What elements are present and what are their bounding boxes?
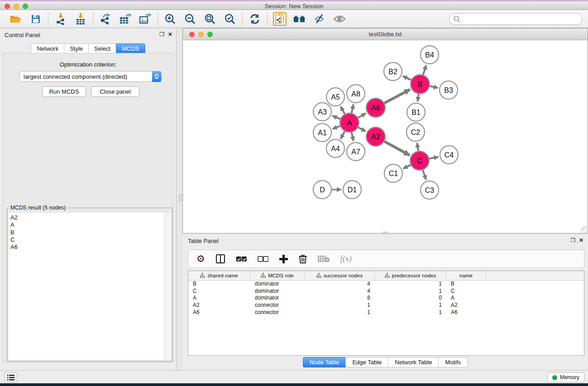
tab-node-table[interactable]: Node Table — [303, 357, 346, 367]
node-A3[interactable]: A3 — [313, 103, 331, 121]
export-table-icon[interactable] — [119, 12, 132, 26]
hide-panels-icon[interactable] — [313, 12, 326, 26]
function-builder-icon[interactable]: f(x) — [340, 254, 352, 264]
add-column-icon[interactable] — [279, 255, 288, 263]
zoom-fit-icon[interactable] — [203, 12, 217, 26]
settings-gear-icon[interactable]: ⚙ — [196, 253, 205, 264]
criterion-dropdown[interactable]: largest connected component (directed) — [19, 71, 162, 82]
delete-table-icon[interactable] — [318, 255, 330, 262]
close-panel-icon[interactable]: ✕ — [168, 31, 172, 38]
node-C4[interactable]: C4 — [440, 146, 458, 164]
save-icon[interactable] — [29, 12, 43, 26]
node-A5[interactable]: A5 — [326, 88, 344, 106]
search-input[interactable] — [449, 13, 583, 25]
edge-C-C1[interactable] — [403, 165, 411, 168]
column-header-MCDS-role[interactable]: MCDS role — [250, 271, 305, 280]
refresh-icon[interactable] — [248, 12, 262, 26]
node-C[interactable]: C — [410, 151, 429, 170]
node-B3[interactable]: B3 — [440, 81, 458, 99]
edge-B-B3[interactable] — [430, 86, 438, 88]
node-D1[interactable]: D1 — [343, 181, 361, 199]
deselect-checkboxes-icon[interactable] — [258, 256, 268, 262]
home-view-icon[interactable] — [293, 12, 306, 26]
table-row[interactable]: Adominator80A — [188, 295, 584, 302]
tab-network[interactable]: Network — [31, 43, 64, 54]
node-A4[interactable]: A4 — [326, 139, 344, 157]
tab-network-table[interactable]: Network Table — [388, 357, 438, 367]
edge-A2-C[interactable] — [384, 141, 410, 155]
edge-A-A5[interactable] — [340, 106, 345, 114]
column-header-predecessor-nodes[interactable]: predecessor nodes — [375, 271, 446, 280]
edge-B-B4[interactable] — [423, 65, 426, 75]
network-window-titlebar[interactable]: testGlobe.txt — [183, 29, 588, 40]
delete-column-icon[interactable] — [299, 254, 307, 263]
tab-motifs[interactable]: Motifs — [438, 357, 468, 367]
node-B[interactable]: B — [411, 75, 430, 94]
node-A6[interactable]: A6 — [366, 98, 385, 117]
tab-edge-table[interactable]: Edge Table — [345, 357, 388, 367]
zoom-in-icon[interactable] — [163, 12, 177, 26]
show-column-icon[interactable] — [216, 254, 225, 263]
node-B2[interactable]: B2 — [384, 62, 402, 81]
tab-style[interactable]: Style — [64, 43, 88, 54]
column-header-shared-name[interactable]: shared name — [188, 271, 250, 280]
node-B1[interactable]: B1 — [407, 103, 425, 121]
edge-A-A4[interactable] — [340, 131, 345, 138]
edge-A-A6[interactable] — [358, 113, 366, 118]
mcds-result-item[interactable]: A2 — [10, 214, 164, 221]
run-mcds-button[interactable]: Run MCDS — [42, 86, 86, 97]
node-C2[interactable]: C2 — [406, 123, 425, 141]
node-B4[interactable]: B4 — [421, 46, 439, 64]
table-row[interactable]: Cdominator41C — [188, 288, 584, 295]
edge-C-C4[interactable] — [429, 157, 439, 159]
edge-A-A8[interactable] — [351, 104, 353, 113]
open-folder-icon[interactable] — [9, 12, 23, 26]
network-canvas[interactable]: B4B2BB3A8A5A6A3B1AA1C2A2A4A7C4CC1C3DD1 — [183, 40, 588, 233]
mcds-result-list[interactable]: A2ABCA6 — [9, 213, 164, 360]
mcds-result-item[interactable]: A6 — [10, 243, 164, 251]
mcds-result-item[interactable]: C — [10, 236, 164, 243]
select-all-checkboxes-icon[interactable] — [236, 256, 247, 262]
node-A8[interactable]: A8 — [347, 85, 365, 103]
zoom-out-icon[interactable] — [183, 12, 197, 26]
edge-A-A7[interactable] — [351, 132, 353, 141]
edge-B-B2[interactable] — [403, 76, 411, 80]
export-network-icon[interactable] — [99, 12, 112, 26]
node-A7[interactable]: A7 — [347, 143, 365, 161]
window-resize-grip[interactable] — [581, 226, 587, 233]
float-panel-icon[interactable]: ❐ — [159, 31, 164, 38]
table-body[interactable]: Bdominator41BCdominator41CAdominator80AA… — [188, 281, 584, 316]
zoom-selected-icon[interactable] — [223, 12, 237, 26]
tab-mcds[interactable]: MCDS — [116, 43, 145, 54]
show-eye-icon[interactable] — [333, 12, 346, 26]
network-document-icon[interactable] — [273, 12, 287, 26]
mcds-result-item[interactable]: B — [10, 229, 164, 236]
table-row[interactable]: A6connector11A6 — [188, 309, 584, 316]
float-table-panel-icon[interactable]: ❐ — [570, 237, 575, 243]
node-A[interactable]: A — [340, 113, 359, 132]
close-panel-button[interactable]: Close panel — [91, 86, 139, 97]
edge-C-C2[interactable] — [417, 143, 418, 151]
node-A1[interactable]: A1 — [313, 124, 331, 142]
network-graph[interactable]: B4B2BB3A8A5A6A3B1AA1C2A2A4A7C4CC1C3DD1 — [183, 40, 588, 233]
column-header-successor-nodes[interactable]: successor nodes — [305, 271, 375, 280]
edge-A-A1[interactable] — [333, 126, 341, 129]
table-row[interactable]: Bdominator41B — [188, 281, 584, 288]
node-C1[interactable]: C1 — [384, 164, 402, 182]
close-table-panel-icon[interactable]: ✕ — [579, 237, 583, 243]
mcds-result-item[interactable]: A — [10, 221, 164, 229]
node-D[interactable]: D — [313, 181, 331, 199]
memory-button[interactable]: Memory — [547, 372, 584, 382]
edge-B-B1[interactable] — [417, 94, 419, 101]
import-table-icon[interactable] — [74, 12, 87, 26]
edge-A-A3[interactable] — [332, 116, 340, 119]
import-network-icon[interactable] — [54, 12, 67, 26]
column-header-name[interactable]: name — [446, 271, 486, 280]
tab-select[interactable]: Select — [88, 43, 116, 54]
splitter-handle-vertical[interactable] — [179, 194, 183, 201]
edge-C-C3[interactable] — [423, 170, 426, 180]
task-history-button[interactable] — [5, 372, 17, 382]
table-row[interactable]: A2connector11A2 — [188, 302, 584, 309]
edge-A-A2[interactable] — [358, 127, 366, 131]
export-image-icon[interactable] — [139, 12, 152, 26]
